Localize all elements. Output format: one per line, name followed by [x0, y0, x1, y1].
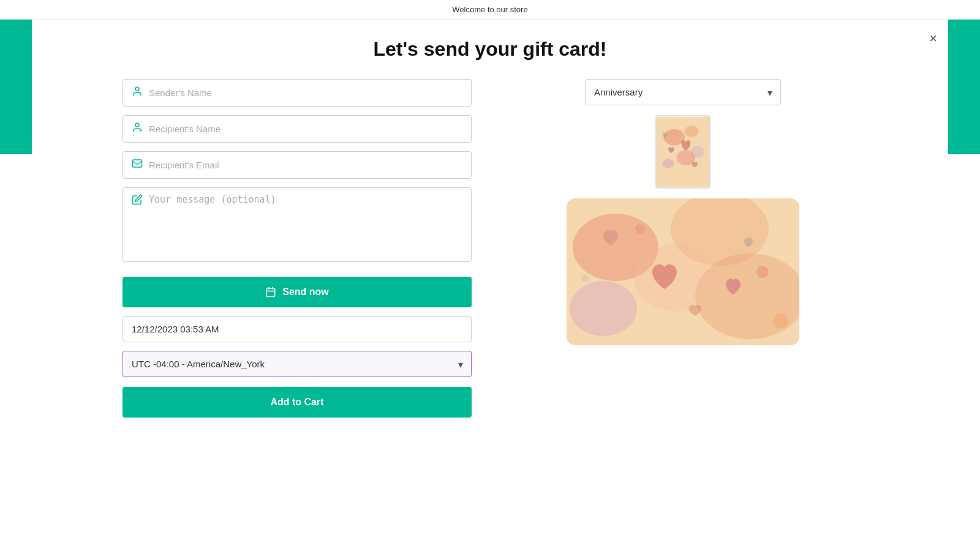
- svg-point-0: [135, 87, 139, 91]
- timezone-wrapper: UTC -04:00 - America/New_York UTC -05:00…: [123, 351, 472, 377]
- pencil-icon: [132, 194, 143, 208]
- add-to-cart-button[interactable]: Add to Cart: [123, 387, 472, 418]
- svg-point-21: [581, 274, 589, 282]
- modal-content: Let's send your gift card!: [123, 38, 858, 418]
- category-wrapper: Anniversary Birthday Thank You Holiday: [585, 79, 781, 105]
- recipient-email-input[interactable]: [149, 160, 462, 170]
- send-now-button[interactable]: Send now: [123, 277, 472, 307]
- svg-rect-3: [266, 288, 275, 297]
- form-section: Send now UTC -04:00 - America/New_York U…: [123, 79, 472, 418]
- svg-point-20: [756, 266, 769, 278]
- svg-point-11: [663, 159, 674, 168]
- svg-point-1: [135, 123, 139, 127]
- add-to-cart-label: Add to Cart: [270, 397, 323, 407]
- svg-point-19: [635, 224, 645, 234]
- svg-point-22: [774, 313, 788, 328]
- sender-name-input[interactable]: [149, 88, 462, 98]
- svg-point-9: [685, 126, 699, 137]
- recipient-name-input[interactable]: [149, 124, 462, 134]
- recipient-email-row: [123, 151, 472, 179]
- svg-point-17: [570, 281, 637, 336]
- card-thumbnail[interactable]: [655, 115, 710, 189]
- calendar-icon: [265, 287, 276, 298]
- person-icon: [132, 86, 143, 100]
- datetime-input[interactable]: [123, 316, 472, 342]
- send-now-label: Send now: [282, 287, 329, 298]
- right-accent: [948, 20, 980, 154]
- main-area: × Let's send your gift card!: [0, 20, 980, 551]
- email-icon: [132, 158, 143, 172]
- svg-point-18: [634, 244, 720, 312]
- top-bar: Welcome to our store: [0, 0, 980, 20]
- svg-point-12: [690, 146, 704, 157]
- card-preview-svg: [567, 198, 799, 345]
- close-button[interactable]: ×: [929, 31, 937, 47]
- recipient-name-row: [123, 115, 472, 143]
- thumbnail-svg: [657, 116, 709, 187]
- modal-title: Let's send your gift card!: [374, 38, 607, 61]
- message-row: [123, 187, 472, 262]
- preview-section: Anniversary Birthday Thank You Holiday: [508, 79, 858, 345]
- top-bar-text: Welcome to our store: [452, 5, 527, 14]
- timezone-select[interactable]: UTC -04:00 - America/New_York UTC -05:00…: [123, 351, 472, 377]
- category-select[interactable]: Anniversary Birthday Thank You Holiday: [585, 79, 781, 105]
- left-accent: [0, 20, 32, 154]
- svg-rect-2: [133, 160, 142, 167]
- person-icon-2: [132, 122, 143, 136]
- card-preview-large: [567, 198, 799, 345]
- form-and-preview: Send now UTC -04:00 - America/New_York U…: [123, 79, 858, 418]
- message-textarea[interactable]: [149, 194, 462, 255]
- sender-name-row: [123, 79, 472, 107]
